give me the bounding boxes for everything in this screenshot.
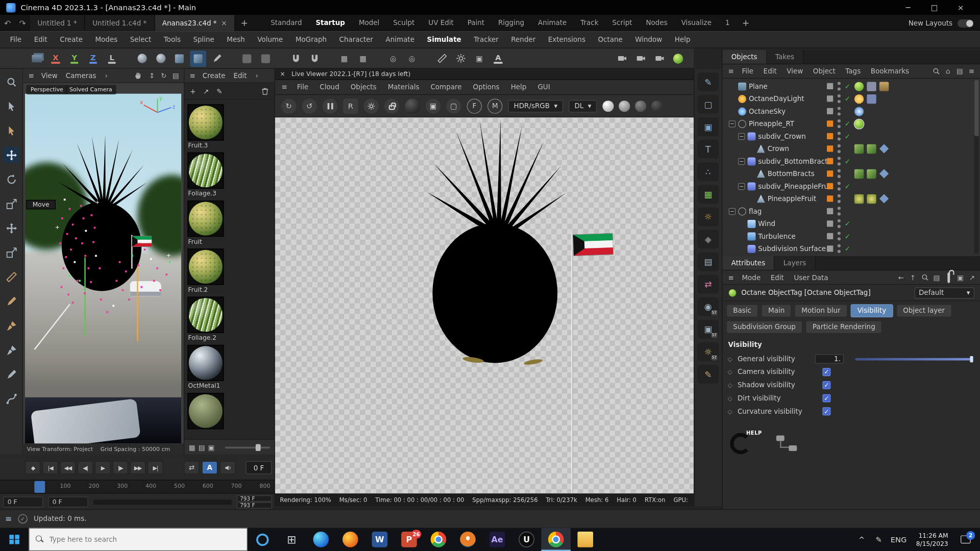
layout-tab[interactable]: Model (352, 15, 386, 31)
filter-icon[interactable]: ▤ (930, 273, 942, 282)
range-start-field[interactable]: 0 F (48, 496, 88, 507)
object-tree-row[interactable]: −Pineapple_RT✓ (723, 117, 980, 130)
preset-dropdown[interactable]: Default▾ (914, 287, 974, 298)
layer-color-swatch[interactable] (827, 233, 833, 239)
sun-st-icon[interactable]: ☼ST (698, 342, 719, 361)
visibility-dots[interactable] (837, 119, 841, 128)
after-effects-icon[interactable]: Ae (482, 528, 512, 551)
menu-item[interactable]: Tracker (468, 31, 505, 48)
notification-center-icon[interactable]: 2 (955, 528, 976, 551)
visibility-dots[interactable] (837, 244, 841, 253)
node-editor-icon[interactable] (776, 435, 799, 455)
layer-color-swatch[interactable] (827, 195, 833, 202)
restart-render-icon[interactable]: ↻ (281, 98, 296, 113)
next-frame-button[interactable]: |▶ (112, 461, 128, 474)
layout-tab[interactable]: Animate (531, 15, 573, 31)
current-frame-field[interactable]: 0 F (246, 461, 272, 474)
objects-menu-item[interactable]: View (782, 64, 808, 79)
viewport-layout-icon[interactable]: ▤ (170, 71, 181, 80)
menu-item[interactable]: Simulate (421, 31, 468, 48)
pen-settings-icon[interactable]: ✎ (871, 535, 886, 544)
spline-pen-icon[interactable]: ✎ (698, 72, 719, 91)
camera-badge[interactable]: Solved Camera (65, 85, 116, 94)
zoom-view-icon[interactable]: ↕ (146, 71, 158, 80)
snapshot-icon[interactable] (651, 51, 668, 67)
document-tab[interactable]: Ananas23.c4d *× (155, 15, 235, 31)
preview-ball-mid-icon[interactable] (619, 101, 630, 112)
parameter-slider[interactable] (855, 358, 973, 360)
parameter-diamond-icon[interactable]: ◇ (726, 382, 734, 388)
symmetry-icon[interactable]: ⇄ (698, 275, 719, 294)
search-input[interactable] (50, 535, 241, 543)
up-icon[interactable]: ↑ (907, 273, 919, 282)
live-viewer-menu-item[interactable]: Compare (425, 80, 467, 94)
section-tab[interactable]: Motion blur (795, 304, 847, 317)
attributes-menu-item[interactable]: Edit (766, 270, 789, 285)
view-grid-icon[interactable]: ▦ (189, 443, 195, 452)
axis-y-button[interactable]: Y (66, 51, 83, 67)
coord-system-button[interactable]: L (104, 51, 120, 67)
layer-color-swatch[interactable] (827, 95, 833, 102)
hexagon-icon[interactable]: ◆ (698, 230, 719, 249)
tweak-selection-tool[interactable] (3, 122, 19, 139)
slider-handle[interactable] (970, 356, 973, 362)
edge-icon[interactable] (306, 528, 336, 551)
projection-badge[interactable]: Perspective (26, 85, 67, 94)
firefox-icon[interactable] (336, 528, 365, 551)
plane-tag-icon[interactable] (867, 82, 876, 91)
layout-tab[interactable]: Script (605, 15, 639, 31)
layout-tab[interactable]: Standard (264, 15, 309, 31)
material-item[interactable]: Fruit.3 (187, 104, 275, 148)
render-view-icon[interactable] (134, 51, 150, 67)
object-tree-row[interactable]: PineappleFruit (723, 192, 980, 205)
record-keyframe-button[interactable]: ◆ (25, 461, 41, 474)
word-icon[interactable]: W (365, 528, 395, 551)
texture-leaf-icon[interactable] (854, 169, 864, 178)
render-enable-check-icon[interactable]: ✓ (843, 232, 852, 240)
color-gear-icon[interactable]: ☼ (698, 208, 719, 227)
chrome-icon[interactable] (424, 528, 453, 551)
layout-tab[interactable]: 1 (718, 15, 737, 31)
object-tree-row[interactable]: OctaneDayLight✓ (723, 92, 980, 105)
viewport-image[interactable]: x y z Move +++ (25, 94, 181, 444)
visibility-dots[interactable] (837, 219, 841, 228)
menu-item[interactable]: Character (333, 31, 379, 48)
menu-item[interactable]: Tools (157, 31, 187, 48)
magic-pen-icon[interactable] (209, 51, 225, 67)
crayon-icon[interactable]: ✎ (698, 365, 719, 384)
menu-item[interactable]: Spline (187, 31, 220, 48)
chrome-active-icon[interactable] (541, 528, 571, 551)
render-enable-check-icon[interactable]: ✓ (843, 157, 852, 165)
layer-color-swatch[interactable] (827, 120, 833, 127)
prev-key-button[interactable]: ◀◀ (60, 461, 76, 474)
film-icon[interactable] (614, 51, 630, 67)
live-viewer-menu-item[interactable]: GUI (532, 80, 555, 94)
texture-leaf-icon[interactable] (867, 169, 876, 178)
render-kernel-dropdown[interactable]: DL▾ (569, 99, 597, 112)
materials-menu-edit[interactable]: Edit (230, 71, 251, 80)
layer-color-swatch[interactable] (827, 145, 833, 152)
scale-tool[interactable] (3, 195, 19, 212)
ubuntu-icon[interactable]: U (512, 528, 542, 551)
search-icon[interactable] (930, 67, 942, 75)
clock[interactable]: 11:26 AM 8/15/2023 (911, 531, 953, 547)
viewport-menu-view[interactable]: View (37, 71, 61, 80)
visibility-dots[interactable] (837, 82, 841, 90)
gear-icon[interactable] (453, 51, 469, 67)
object-tree-row[interactable]: Turbulence✓ (723, 230, 980, 242)
render-output[interactable] (275, 117, 694, 493)
pause-render-icon[interactable] (323, 98, 337, 113)
object-tree-row[interactable]: Crown (723, 142, 980, 155)
menu-item[interactable]: Octane (592, 31, 629, 48)
close-live-viewer-icon[interactable]: × (280, 70, 285, 77)
next-key-button[interactable]: ▶▶ (130, 461, 146, 474)
focus-picker-icon[interactable]: F (467, 98, 482, 113)
camera-icon[interactable] (632, 51, 649, 67)
home-icon[interactable]: ⌂ (942, 67, 953, 76)
menu-item[interactable]: Create (54, 31, 89, 48)
cortana-icon[interactable] (248, 528, 277, 551)
minimize-button[interactable]: ─ (895, 0, 921, 15)
layout-tab[interactable]: UV Edit (422, 15, 460, 31)
poly-tag-icon[interactable] (879, 144, 889, 153)
layer-color-swatch[interactable] (827, 220, 833, 227)
